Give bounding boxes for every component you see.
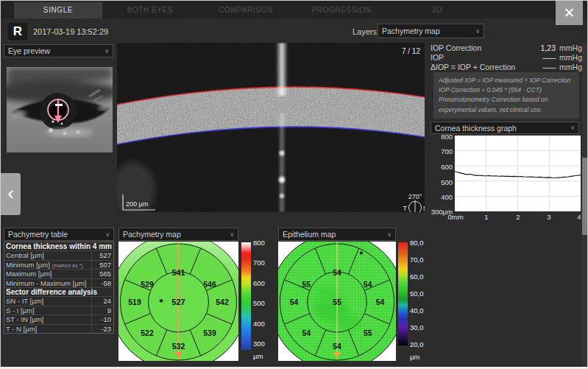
chevron-down-icon: ∨ (102, 231, 110, 238)
note-line: IOP Correction = 0.045 * (554 - CCT) (439, 85, 574, 95)
pachymetry-map-title: Pachymetry map (123, 230, 227, 239)
right-scrollbar[interactable] (582, 43, 588, 369)
layers-dropdown-value: Pachymetry map (382, 27, 472, 35)
y-tick: 700 (431, 147, 453, 155)
eye-side-badge: R (8, 23, 27, 41)
pachymetry-table-dropdown[interactable]: Pachymetry table ∨ (4, 228, 114, 241)
svg-text:T: T (403, 205, 408, 212)
tab-progression[interactable]: PROGRESSION (294, 2, 389, 18)
sector-value-bottom-left: 54 (302, 329, 311, 337)
thickness-graph-dropdown[interactable]: Cornea thickness graph ∨ (431, 122, 579, 134)
epithelium-map-title: Epithelium map (283, 230, 384, 239)
collapse-panel-button[interactable]: ‹ (1, 173, 21, 215)
sector-value-bottom: 54 (333, 342, 341, 351)
frame-counter: 7 / 12 (402, 47, 420, 55)
layers-label: Layers (353, 27, 377, 36)
epithelium-map[interactable]: 54 54 54 55 54 54 54 55 * 55 (278, 242, 396, 361)
scale-unit: µm (253, 352, 263, 360)
x-tick: 3 (542, 213, 556, 221)
scale-label: 50,0 (410, 289, 424, 298)
sector-value-top-left: 55 (302, 281, 311, 289)
scale-label: 600 (253, 279, 265, 287)
oct-bscan-viewer[interactable]: 7 / 12 200 µm 270° T N (117, 43, 425, 212)
thickness-graph-plot[interactable] (455, 136, 581, 211)
scale-unit: µm (410, 353, 419, 361)
y-tick: 400 (431, 193, 453, 201)
eye-preview-image[interactable] (7, 67, 113, 152)
table-row: S - I [µm]9 (4, 306, 113, 316)
chevron-down-icon: ∨ (567, 124, 575, 131)
x-tick: 2 (511, 213, 525, 221)
thickness-graph-title: Cornea thickness graph (435, 124, 567, 133)
center-value: 55 (333, 298, 341, 306)
sector-value-top-right: 546 (203, 280, 216, 289)
sector-value-left: 519 (128, 298, 141, 306)
sector-value-left: 54 (290, 298, 299, 306)
sector-value-right: 542 (216, 298, 229, 306)
tab-single[interactable]: SINGLE (14, 2, 102, 18)
pachymetry-table-title: Pachymetry table (8, 230, 102, 239)
chevron-down-icon: ∨ (227, 231, 234, 238)
table-row: T - N [µm]-23 (4, 325, 113, 334)
app-window: SINGLE BOTH EYES COMPARISON PROGRESSION … (0, 0, 588, 369)
tab-comparison[interactable]: COMPARISON (198, 2, 294, 18)
epithelium-color-scale (398, 242, 408, 345)
sector-value-right: 54 (376, 298, 385, 306)
chevron-down-icon: ∨ (384, 231, 392, 238)
table-row: Central [µm]527 (4, 251, 113, 261)
close-icon: ✕ (564, 5, 575, 21)
table-row: SN - IT [µm]24 (4, 297, 113, 306)
scale-label: 70,0 (410, 256, 424, 264)
gridlines (455, 136, 581, 211)
scale-label: 400 (253, 320, 265, 328)
iop-correction-row: IOP Correction1,23mmHg (431, 43, 582, 52)
chevron-left-icon: ‹ (7, 182, 14, 204)
layers-dropdown[interactable]: Pachymetry map ∨ (378, 24, 484, 38)
table-row: ST - IN [µm]-10 (4, 315, 113, 325)
y-tick: 600 (431, 163, 453, 171)
tab-bar: SINGLE BOTH EYES COMPARISON PROGRESSION … (1, 1, 588, 18)
center-value: 527 (171, 298, 185, 306)
pachymetry-table: Cornea thickness within 4 mm Central [µm… (4, 242, 114, 334)
tab-3d[interactable]: 3D (389, 2, 485, 18)
scrollbar-handle[interactable] (582, 158, 588, 235)
x-tick: 0mm (441, 213, 470, 221)
svg-text:N: N (423, 205, 425, 212)
y-tick: 800 (431, 133, 453, 141)
scale-label: 500 (253, 299, 265, 307)
scale-label: 40,0 (410, 306, 424, 314)
svg-text:200 µm: 200 µm (126, 200, 148, 208)
chevron-down-icon: ∨ (472, 28, 480, 35)
sector-value-top: 54 (333, 269, 341, 277)
exam-datetime: 2017-03-19 13:52:29 (33, 27, 108, 36)
epithelium-map-dropdown[interactable]: Epithelium map ∨ (278, 228, 396, 241)
close-button[interactable]: ✕ (556, 1, 583, 25)
y-tick: 500 (431, 178, 453, 186)
sector-value-top-left: 529 (141, 280, 154, 289)
scale-label: 30,0 (410, 323, 424, 331)
pachymetry-map[interactable]: 541 546 542 539 532 522 519 529 * 527 (118, 242, 238, 361)
sector-value-top: 541 (172, 268, 185, 277)
pachymetry-map-dropdown[interactable]: Pachymetry map ∨ (118, 228, 238, 241)
table-row: Minimum - Maximum [µm]-58 (4, 279, 113, 289)
tab-both-eyes[interactable]: BOTH EYES (102, 2, 198, 18)
minimum-marker-asterisk: * (360, 250, 364, 260)
svg-text:270°: 270° (408, 193, 422, 200)
note-line: Pneumotonometry Correction based on expe… (439, 95, 574, 114)
iop-row: IOP–––mmHg (431, 52, 582, 62)
iop-formula-notes: Adjusted IOP = IOP measured + IOP Correc… (433, 72, 579, 119)
sector-value-bottom-right: 539 (203, 328, 216, 337)
pachymetry-color-scale (241, 242, 251, 350)
delta-iop-row: ΔIOP = IOP + Correction–––mmHg (431, 62, 582, 71)
scale-label: 20,0 (410, 340, 424, 348)
scale-label: 700 (253, 259, 265, 267)
table-section-header: Sector difference analysis (4, 288, 113, 297)
note-line: Adjusted IOP = IOP measured + IOP Correc… (439, 76, 574, 85)
sector-value-bottom-right: 55 (364, 329, 372, 337)
scale-label: 60,0 (410, 273, 424, 281)
x-tick: 1 (479, 213, 494, 221)
eye-preview-dropdown[interactable]: Eye preview ∨ (4, 44, 113, 57)
scale-label: 300 (253, 340, 265, 348)
table-section-header: Cornea thickness within 4 mm (4, 242, 113, 251)
table-row: Minimum [µm] (marked as *)507 (4, 261, 113, 270)
